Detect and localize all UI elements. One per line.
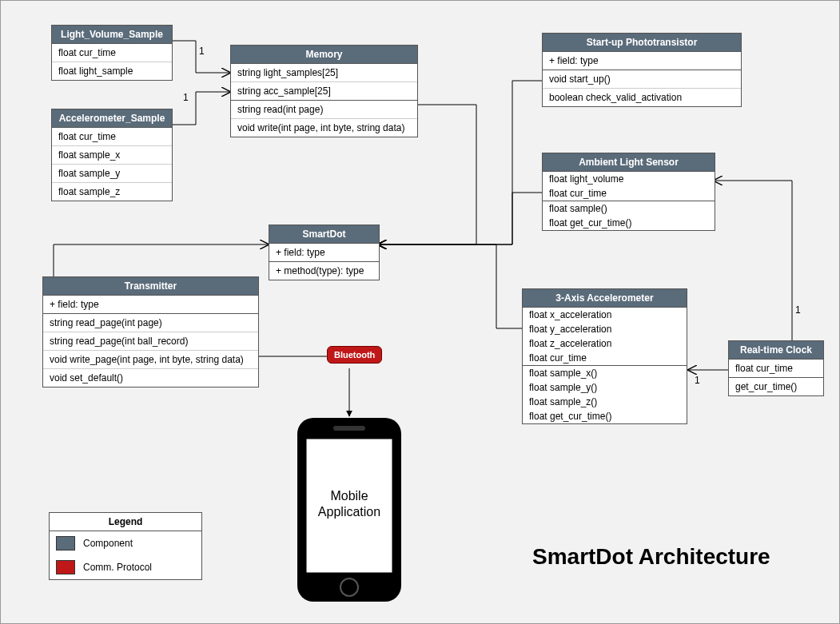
class-op: + method(type): type <box>269 262 379 280</box>
class-attr: float y_acceleration <box>523 322 687 336</box>
class-smartdot: SmartDot + field: type + method(type): t… <box>269 225 380 280</box>
legend-label: Component <box>83 538 133 549</box>
multiplicity-label: 1 <box>199 46 205 57</box>
class-op: string read_page(int ball_record) <box>43 332 258 351</box>
class-attr: float cur_time <box>729 360 823 377</box>
class-startup-phototransistor: Start-up Phototransistor + field: type v… <box>542 33 742 107</box>
class-op: string read(int page) <box>231 101 417 119</box>
legend-row-component: Component <box>50 531 201 555</box>
class-attr: string light_samples[25] <box>231 64 417 82</box>
legend-title: Legend <box>50 513 201 531</box>
class-op: float get_cur_time() <box>543 216 715 230</box>
legend-label: Comm. Protocol <box>83 562 152 573</box>
multiplicity-label: 1 <box>795 304 801 316</box>
class-attr: float sample_y <box>52 165 172 183</box>
class-light-volume-sample: Light_Volume_Sample float cur_time float… <box>51 25 173 81</box>
class-attr: float cur_time <box>52 128 172 146</box>
class-attr: float sample_z <box>52 183 172 201</box>
class-accelerometer-sample: Accelerometer_Sample float cur_time floa… <box>51 109 173 201</box>
class-title: Light_Volume_Sample <box>52 26 172 44</box>
class-attr: string acc_sample[25] <box>231 82 417 100</box>
class-ambient-light-sensor: Ambient Light Sensor float light_volume … <box>542 153 715 231</box>
class-op: float sample_y() <box>523 380 687 395</box>
class-attr: float z_acceleration <box>523 336 687 351</box>
mobile-application-label: Mobile Application <box>293 488 405 520</box>
class-title: 3-Axis Accelerometer <box>523 289 687 308</box>
class-title: Start-up Phototransistor <box>543 34 741 52</box>
legend-row-protocol: Comm. Protocol <box>50 555 201 579</box>
multiplicity-label: 1 <box>695 375 700 386</box>
svg-point-3 <box>340 578 358 596</box>
bluetooth-badge: Bluetooth <box>327 346 382 364</box>
class-title: Transmitter <box>43 277 258 296</box>
class-attr: float cur_time <box>52 44 172 62</box>
class-title: Real-time Clock <box>729 341 823 360</box>
class-op: float get_cur_time() <box>523 409 687 423</box>
class-attr: float light_volume <box>543 172 715 186</box>
legend-swatch-component <box>56 536 75 550</box>
diagram-canvas: 1 1 1 1 Light_Volume_Sample float cur_ti… <box>0 0 840 624</box>
class-op: float sample_x() <box>523 366 687 380</box>
class-op: void start_up() <box>543 70 741 89</box>
class-attr: + field: type <box>269 244 379 261</box>
class-op: void write_page(int page, int byte, stri… <box>43 351 258 369</box>
class-op: void set_default() <box>43 369 258 387</box>
class-attr: float x_acceleration <box>523 308 687 322</box>
class-title: Accelerometer_Sample <box>52 109 172 128</box>
svg-rect-2 <box>333 426 365 431</box>
multiplicity-label: 1 <box>183 92 189 103</box>
class-title: Memory <box>231 46 417 64</box>
legend-swatch-protocol <box>56 560 75 574</box>
class-op: float sample_z() <box>523 395 687 409</box>
class-title: Ambient Light Sensor <box>543 153 715 172</box>
class-op: float sample() <box>543 201 715 216</box>
class-op: void write(int page, int byte, string da… <box>231 119 417 137</box>
legend: Legend Component Comm. Protocol <box>49 512 202 580</box>
class-three-axis-accelerometer: 3-Axis Accelerometer float x_acceleratio… <box>522 288 687 424</box>
class-title: SmartDot <box>269 225 379 244</box>
class-attr: + field: type <box>43 296 258 313</box>
class-attr: float sample_x <box>52 146 172 165</box>
class-attr: float cur_time <box>523 351 687 365</box>
class-op: boolean check_valid_activation <box>543 89 741 106</box>
mobile-application-device: Mobile Application <box>293 416 405 606</box>
class-op: get_cur_time() <box>729 378 823 395</box>
class-transmitter: Transmitter + field: type string read_pa… <box>42 276 259 388</box>
class-attr: float light_sample <box>52 62 172 80</box>
class-attr: + field: type <box>543 52 741 70</box>
class-attr: float cur_time <box>543 186 715 201</box>
class-memory: Memory string light_samples[25] string a… <box>230 45 418 137</box>
diagram-title: SmartDot Architecture <box>532 544 770 570</box>
class-op: string read_page(int page) <box>43 314 258 332</box>
class-realtime-clock: Real-time Clock float cur_time get_cur_t… <box>728 340 824 396</box>
